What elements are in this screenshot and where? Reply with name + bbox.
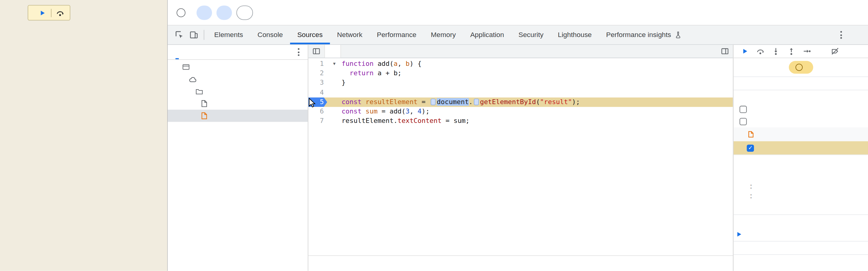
tab-performance[interactable]: Performance [370,26,424,44]
step-out-button[interactable] [787,47,796,56]
tab-label: Performance insights [606,31,671,39]
inline-breakpoint-marker[interactable] [474,98,478,105]
tree-item-index-html[interactable] [168,97,308,110]
line-number[interactable]: 1 [308,59,327,68]
section-xhr-breakpoints[interactable] [733,241,868,254]
device-toolbar-icon[interactable] [187,28,201,42]
debugger-toolbar [733,45,868,58]
checkbox-unchecked[interactable] [740,106,747,113]
deactivate-breakpoints-button[interactable] [830,47,840,56]
code-token: const [341,98,362,106]
inline-breakpoint-marker[interactable] [431,98,436,105]
paused-in-debugger-overlay [28,5,70,20]
editor-tab-script-js[interactable] [325,45,341,58]
breakpoint-entry[interactable] [733,141,868,154]
tab-label: Application [470,31,504,39]
navigator-toggle-icon[interactable] [308,45,325,58]
checkbox-checked[interactable] [747,144,754,151]
section-scope[interactable] [733,154,868,168]
tree-item-file-origin[interactable] [168,73,308,85]
always-match-language-button[interactable] [196,5,212,20]
devtools-close-icon[interactable] [849,28,863,42]
code-token: 3 [405,108,409,115]
tree-item-project-folder[interactable] [168,85,308,97]
tabstrip-spacer [341,45,716,58]
pause-caught-exceptions-row[interactable] [733,115,868,127]
sources-panel: 1▾function add(a, b) {2 return a + b;3}4… [168,45,868,271]
tab-memory[interactable]: Memory [424,26,463,44]
tab-sources[interactable]: Sources [290,26,330,44]
fold-gutter [327,78,341,88]
tab-application[interactable]: Application [463,26,512,44]
tree-item-top[interactable] [168,61,308,73]
scope-group-global[interactable] [733,201,868,215]
frame-icon [182,64,190,70]
inspect-icon[interactable] [172,28,187,42]
checkbox-unchecked[interactable] [740,118,747,125]
fold-gutter [327,107,341,116]
line-number[interactable]: 7 [308,117,327,126]
code-text: resultElement.textContent = sum; [341,117,469,126]
code-token: resultElement. [341,117,398,125]
more-options-kebab-icon[interactable] [834,28,848,42]
tab-console[interactable]: Console [250,26,290,44]
step-into-button[interactable] [771,47,781,56]
switch-to-japanese-button[interactable] [217,5,232,20]
fold-arrow-icon[interactable]: ▾ [327,59,341,68]
line-number[interactable]: 3 [308,78,327,88]
code-line-4: 4 [308,88,733,97]
line-number[interactable]: 4 [308,88,327,97]
call-stack-frame[interactable] [733,228,868,241]
section-call-stack[interactable] [733,214,868,228]
code-token [374,60,378,68]
code-token: return [350,69,374,77]
scope-group-script[interactable] [733,168,868,181]
editor-pane: 1▾function add(a, b) {2 return a + b;3}4… [308,45,733,271]
tab-security[interactable]: Security [512,26,551,44]
flask-icon [675,31,682,39]
pause-uncaught-exceptions-row[interactable] [733,103,868,115]
tab-network[interactable]: Network [330,26,370,44]
overlay-resume-button[interactable] [38,8,46,17]
line-number[interactable]: 2 [308,69,327,78]
overlay-step-over-button[interactable] [56,8,64,17]
navigator-header [168,45,308,60]
step-button[interactable] [802,47,812,56]
code-token: textContent [398,117,442,125]
resume-button[interactable] [740,47,749,56]
settings-gear-icon[interactable] [818,28,833,42]
debugger-sidebar-toggle-icon[interactable] [716,45,733,58]
js-file-icon [748,131,754,138]
navigator-menu-kebab-icon[interactable] [291,45,305,59]
step-over-button[interactable] [755,47,765,56]
section-breakpoints[interactable] [733,90,868,103]
navigator-tab-page[interactable] [173,45,181,59]
html-file-icon [201,100,208,108]
tab-label: Sources [297,31,323,39]
tab-label: Elements [214,31,243,39]
line-number[interactable]: 6 [308,107,327,116]
dont-show-again-button[interactable] [236,5,253,20]
code-token: b [405,60,409,68]
toolbar-divider [204,30,205,40]
tab-lighthouse[interactable]: Lighthouse [551,26,599,44]
section-watch[interactable] [733,77,868,90]
scope-variable-sum [733,191,868,201]
editor-status-bar [308,255,733,271]
tree-item-script-js[interactable] [168,110,308,122]
infobar [168,0,868,25]
breakpoint-file-group[interactable] [733,127,868,142]
main-tabbar-tabs: ElementsConsoleSourcesNetworkPerformance… [207,26,689,44]
navigator-tab-workspace[interactable] [182,45,190,59]
code-line-3: 3} [308,78,733,88]
section-dom-breakpoints[interactable] [733,254,868,268]
tab-elements[interactable]: Elements [207,26,250,44]
scope-variable-resultElement [733,181,868,191]
code-token: = [417,98,430,106]
resume-icon [38,8,46,17]
code-token: , [398,60,405,68]
tab-label: Performance [377,31,416,39]
tab-performance-insights[interactable]: Performance insights [599,26,689,44]
breakpoint-line-number[interactable]: 5 [308,97,327,107]
code-token: const [341,108,362,115]
